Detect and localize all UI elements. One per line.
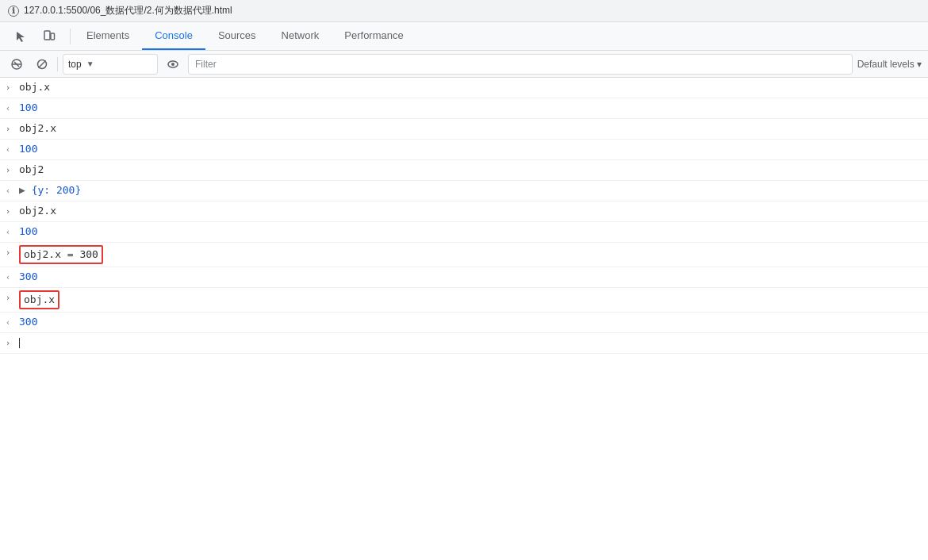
console-row: ‹ 100 [0, 222, 928, 243]
console-row-highlighted-2: › obj.x [0, 288, 928, 313]
row-output-arrow: ‹ [0, 101, 16, 116]
row-output-arrow: ‹ [0, 224, 16, 240]
console-row: ‹ 300 [0, 313, 928, 333]
toolbar-separator-1 [57, 57, 58, 71]
red-highlight-box-2: obj.x [19, 290, 59, 309]
row-expand-arrow[interactable]: › [0, 121, 16, 136]
context-value: top [68, 59, 82, 70]
console-content: › obj.x ‹ 100 › obj2.x ‹ 100 › obj2 ‹ ▶ [0, 78, 928, 560]
row-expand-arrow: › [0, 336, 16, 351]
console-row: ‹ ▶ {y: 200} [0, 181, 928, 201]
row-expand-arrow[interactable]: › [0, 290, 16, 305]
svg-rect-0 [44, 31, 50, 40]
default-levels-label[interactable]: Default levels ▾ [857, 59, 922, 70]
svg-point-8 [171, 63, 174, 66]
block-button[interactable] [32, 54, 52, 75]
row-expand-arrow[interactable]: › [0, 163, 16, 178]
row-output-arrow: ‹ [0, 270, 16, 285]
device-toolbar-button[interactable] [38, 25, 60, 48]
red-highlight-box: obj2.x = 300 [19, 245, 103, 264]
devtools-panel: Elements Console Sources Network Perform… [0, 22, 928, 560]
row-expand-arrow[interactable]: › [0, 80, 16, 95]
console-input-text: obj2.x [16, 204, 922, 218]
console-empty-space [0, 354, 928, 417]
svg-rect-1 [51, 33, 55, 40]
url-text: 127.0.0.1:5500/06_数据代理/2.何为数据代理.html [24, 4, 232, 17]
inspect-element-button[interactable] [10, 25, 32, 48]
tab-sources[interactable]: Sources [205, 22, 269, 50]
row-output-arrow: ‹ [0, 315, 16, 330]
browser-url-bar: ℹ 127.0.0.1:5500/06_数据代理/2.何为数据代理.html [0, 0, 928, 22]
info-icon: ℹ [8, 6, 19, 17]
tab-network[interactable]: Network [269, 22, 332, 50]
context-selector[interactable]: top ▼ [63, 54, 158, 75]
context-chevron: ▼ [86, 59, 94, 68]
cursor-blink [19, 338, 20, 348]
row-expand-arrow[interactable]: › [0, 204, 16, 219]
console-input-active[interactable] [16, 336, 922, 350]
console-output-text: 300 [16, 315, 922, 329]
console-input-text: obj2.x = 300 [16, 245, 922, 264]
object-preview: {y: 200} [32, 184, 82, 196]
console-output-text: 300 [16, 270, 922, 284]
row-output-arrow: ‹ [0, 183, 16, 198]
console-output-text: 100 [16, 224, 922, 239]
console-row: ‹ 100 [0, 140, 928, 160]
console-row: › obj.x [0, 78, 928, 98]
expand-object-arrow[interactable]: ▶ [19, 184, 25, 196]
console-input-text: obj.x [16, 80, 922, 94]
console-input-text: obj2 [16, 163, 922, 177]
console-toolbar: top ▼ Default levels ▾ [0, 51, 928, 78]
devtools-icon-buttons [3, 25, 67, 48]
console-row: › obj2 [0, 160, 928, 181]
console-row-highlighted: › obj2.x = 300 [0, 243, 928, 267]
devtools-tabs: Elements Console Sources Network Perform… [74, 22, 416, 50]
row-output-arrow: ‹ [0, 142, 16, 157]
console-row: ‹ 100 [0, 98, 928, 119]
devtools-tab-bar: Elements Console Sources Network Perform… [0, 22, 928, 51]
tab-performance[interactable]: Performance [332, 22, 416, 50]
clear-console-button[interactable] [6, 54, 27, 75]
tab-console[interactable]: Console [142, 22, 205, 50]
row-expand-arrow[interactable]: › [0, 245, 16, 260]
console-input-text: obj.x [16, 290, 922, 309]
console-cursor-row[interactable]: › [0, 333, 928, 354]
console-row: › obj2.x [0, 119, 928, 140]
console-input-text: obj2.x [16, 121, 922, 136]
console-output-text: 100 [16, 142, 922, 156]
console-output-text: 100 [16, 101, 922, 115]
console-output-text: ▶ {y: 200} [16, 183, 922, 198]
eye-button[interactable] [163, 54, 183, 75]
tab-elements[interactable]: Elements [74, 22, 142, 50]
console-row: › obj2.x [0, 201, 928, 222]
filter-input[interactable] [188, 54, 853, 75]
svg-line-6 [39, 60, 46, 67]
tab-separator [70, 29, 71, 44]
console-row: ‹ 300 [0, 267, 928, 288]
